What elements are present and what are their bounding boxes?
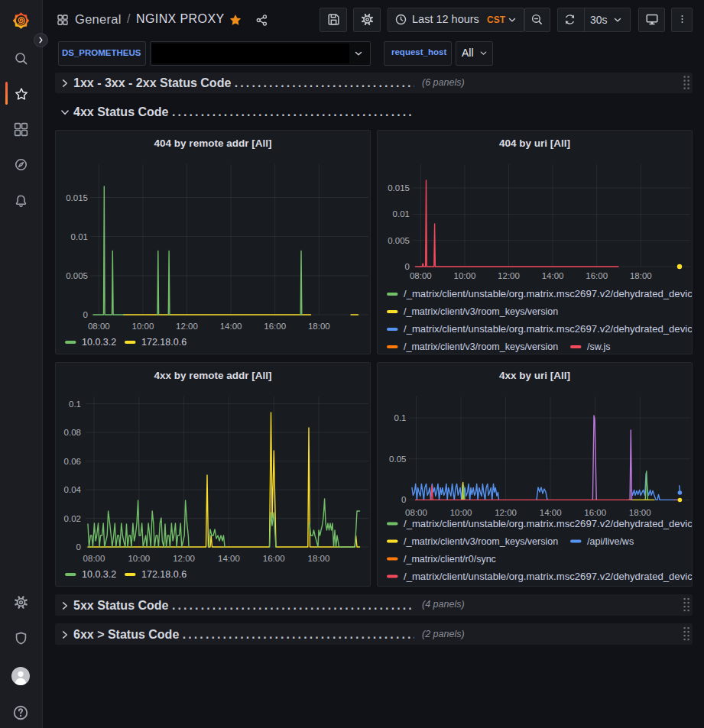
svg-text:0: 0 (83, 310, 88, 319)
svg-text:12:00: 12:00 (498, 271, 520, 280)
svg-text:14:00: 14:00 (218, 554, 240, 563)
svg-text:0.02: 0.02 (64, 514, 81, 523)
svg-text:0.01: 0.01 (71, 232, 88, 241)
svg-text:/_matrix/client/unstable/org.m: /_matrix/client/unstable/org.matrix.msc2… (404, 324, 693, 335)
svg-text:10:00: 10:00 (454, 271, 476, 280)
svg-text:0: 0 (401, 495, 406, 504)
svg-text:10:00: 10:00 (450, 508, 472, 517)
svg-text:08:00: 08:00 (83, 554, 105, 563)
svg-text:0: 0 (405, 262, 410, 271)
svg-text:0.015: 0.015 (388, 183, 410, 193)
svg-text:12:00: 12:00 (176, 322, 198, 331)
svg-text:/_matrix/client/unstable/org.m: /_matrix/client/unstable/org.matrix.msc2… (404, 571, 693, 582)
svg-text:/sw.js: /sw.js (587, 341, 611, 352)
svg-text:12:00: 12:00 (173, 554, 195, 563)
svg-text:0.04: 0.04 (64, 485, 82, 494)
svg-text:10.0.3.2: 10.0.3.2 (82, 337, 116, 348)
svg-text:08:00: 08:00 (405, 508, 427, 517)
svg-text:16:00: 16:00 (584, 508, 606, 517)
svg-text:/_matrix/client/unstable/org.m: /_matrix/client/unstable/org.matrix.msc2… (404, 519, 693, 529)
svg-text:/_matrix/client/r0/sync: /_matrix/client/r0/sync (404, 554, 496, 565)
svg-text:16:00: 16:00 (263, 554, 285, 563)
svg-text:16:00: 16:00 (586, 271, 608, 280)
svg-text:/_matrix/client/v3/room_keys/v: /_matrix/client/v3/room_keys/version (404, 341, 558, 352)
svg-text:/_matrix/client/unstable/org.m: /_matrix/client/unstable/org.matrix.msc2… (404, 289, 693, 299)
svg-text:12:00: 12:00 (495, 508, 517, 517)
svg-text:0.08: 0.08 (64, 428, 81, 437)
svg-text:0.1: 0.1 (394, 413, 407, 422)
svg-text:10:00: 10:00 (128, 554, 150, 563)
svg-text:10.0.3.2: 10.0.3.2 (82, 569, 116, 580)
svg-text:/_matrix/client/v3/room_keys/v: /_matrix/client/v3/room_keys/version (404, 536, 558, 547)
svg-text:0.06: 0.06 (64, 457, 81, 466)
svg-text:10:00: 10:00 (132, 322, 154, 331)
svg-text:0: 0 (76, 542, 81, 552)
svg-text:14:00: 14:00 (220, 322, 242, 331)
svg-text:0.1: 0.1 (69, 400, 81, 409)
svg-text:18:00: 18:00 (629, 508, 651, 517)
svg-text:0.005: 0.005 (66, 271, 88, 280)
svg-text:16:00: 16:00 (264, 322, 286, 331)
svg-text:0.015: 0.015 (66, 193, 88, 202)
svg-text:/api/live/ws: /api/live/ws (587, 536, 634, 547)
svg-text:18:00: 18:00 (308, 554, 330, 563)
svg-text:172.18.0.6: 172.18.0.6 (141, 337, 187, 348)
svg-text:0.005: 0.005 (388, 236, 410, 245)
svg-text:0.05: 0.05 (389, 455, 406, 464)
svg-text:0.01: 0.01 (393, 209, 410, 218)
svg-text:08:00: 08:00 (88, 322, 110, 331)
svg-text:18:00: 18:00 (308, 322, 330, 331)
svg-text:/_matrix/client/v3/room_keys/v: /_matrix/client/v3/room_keys/version (404, 306, 558, 317)
svg-text:14:00: 14:00 (540, 508, 562, 517)
svg-text:14:00: 14:00 (542, 271, 564, 280)
svg-text:172.18.0.6: 172.18.0.6 (141, 569, 187, 580)
svg-text:08:00: 08:00 (410, 271, 432, 280)
svg-text:18:00: 18:00 (630, 271, 652, 280)
